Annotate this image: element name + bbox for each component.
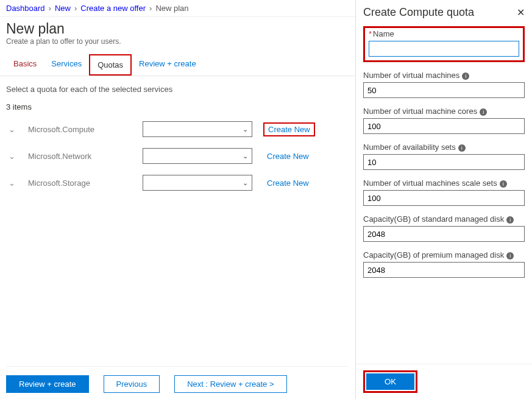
ok-button[interactable]: OK: [366, 373, 414, 390]
quota-dropdown-compute[interactable]: ⌄: [143, 121, 252, 137]
avsets-input[interactable]: [363, 154, 525, 170]
tab-basics[interactable]: Basics: [6, 54, 44, 76]
info-icon[interactable]: i: [462, 72, 469, 80]
caret-down-icon: ⌄: [243, 179, 248, 187]
chevron-right-icon: ›: [49, 4, 51, 13]
tab-quotas[interactable]: Quotas: [89, 54, 132, 76]
create-compute-quota-panel: Create Compute quota ✕ *Name Number of v…: [355, 0, 532, 399]
field-name-wrapper: *Name: [363, 26, 525, 62]
breadcrumb-create-offer[interactable]: Create a new offer: [80, 4, 146, 13]
name-label: *Name: [369, 29, 519, 38]
tab-services[interactable]: Services: [44, 54, 89, 76]
field-cores: Number of virtual machine coresi: [363, 107, 525, 134]
tab-review[interactable]: Review + create: [132, 54, 204, 76]
quota-dropdown-network[interactable]: ⌄: [143, 148, 252, 164]
caret-down-icon: ⌄: [243, 152, 248, 160]
scalesets-label: Number of virtual machines scale setsi: [363, 178, 525, 188]
info-icon[interactable]: i: [500, 180, 507, 188]
chevron-down-icon[interactable]: ⌄: [6, 152, 17, 161]
service-label: Microsoft.Network: [28, 152, 132, 161]
chevron-down-icon[interactable]: ⌄: [6, 125, 17, 134]
chevron-right-icon: ›: [149, 4, 152, 13]
premdisk-label: Capacity(GB) of premium managed diski: [363, 250, 525, 260]
field-avsets: Number of availability setsi: [363, 143, 525, 170]
vms-label: Number of virtual machinesi: [363, 71, 525, 80]
avsets-label: Number of availability setsi: [363, 143, 525, 152]
premdisk-input[interactable]: [363, 262, 525, 278]
field-scalesets: Number of virtual machines scale setsi: [363, 178, 525, 206]
breadcrumb-dashboard[interactable]: Dashboard: [6, 4, 45, 13]
info-icon[interactable]: i: [506, 216, 514, 224]
vms-input[interactable]: [363, 82, 525, 98]
quota-dropdown-storage[interactable]: ⌄: [143, 175, 252, 191]
info-icon[interactable]: i: [458, 144, 466, 152]
chevron-down-icon[interactable]: ⌄: [6, 178, 17, 188]
panel-title: Create Compute quota: [363, 6, 474, 19]
scalesets-input[interactable]: [363, 190, 525, 206]
panel-footer: OK: [356, 364, 532, 399]
create-new-storage[interactable]: Create New: [263, 177, 313, 189]
info-icon[interactable]: i: [506, 252, 514, 260]
service-label: Microsoft.Compute: [28, 125, 132, 134]
name-input[interactable]: [369, 41, 519, 57]
previous-button[interactable]: Previous: [104, 375, 160, 393]
panel-header: Create Compute quota ✕: [356, 0, 532, 26]
stddisk-label: Capacity(GB) of standard managed diski: [363, 214, 525, 224]
service-label: Microsoft.Storage: [28, 178, 132, 188]
review-create-button[interactable]: Review + create: [6, 375, 89, 393]
wizard-footer: Review + create Previous Next : Review +…: [6, 366, 347, 393]
breadcrumb-current: New plan: [155, 4, 188, 13]
caret-down-icon: ⌄: [243, 125, 248, 133]
cores-label: Number of virtual machine coresi: [363, 107, 525, 116]
next-button[interactable]: Next : Review + create >: [174, 375, 286, 393]
cores-input[interactable]: [363, 118, 525, 134]
chevron-right-icon: ›: [74, 4, 77, 13]
field-stddisk: Capacity(GB) of standard managed diski: [363, 214, 525, 242]
stddisk-input[interactable]: [363, 226, 525, 242]
create-new-network[interactable]: Create New: [263, 150, 313, 162]
field-premdisk: Capacity(GB) of premium managed diski: [363, 250, 525, 278]
create-new-compute[interactable]: Create New: [263, 122, 315, 136]
field-vms: Number of virtual machinesi: [363, 71, 525, 98]
breadcrumb-new[interactable]: New: [55, 4, 71, 13]
close-icon[interactable]: ✕: [517, 7, 525, 18]
info-icon[interactable]: i: [480, 108, 487, 116]
